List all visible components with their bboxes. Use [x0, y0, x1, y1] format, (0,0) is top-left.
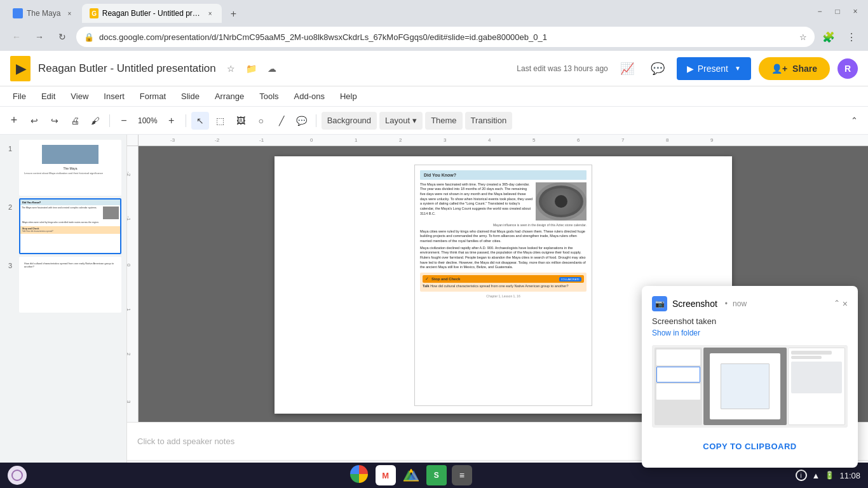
move-to-folder-icon[interactable]: 📁	[244, 61, 259, 76]
cursor-tool-button[interactable]: ↖	[191, 112, 209, 130]
insert-line-button[interactable]: ╱	[273, 112, 290, 130]
menu-tools[interactable]: Tools	[252, 89, 286, 104]
menu-addons[interactable]: Add-ons	[287, 89, 332, 104]
slide-1-wrapper: 1 The Maya Lesson content about Maya civ…	[5, 140, 121, 196]
menu-help[interactable]: Help	[332, 89, 365, 104]
address-bar-row: ← → ↻ 🔒 docs.google.com/presentation/d/1…	[0, 23, 868, 51]
title-bar: ▶ Reagan Butler - Untitled presentation …	[0, 51, 868, 86]
collapse-toolbar-button[interactable]: ⌃	[845, 112, 863, 130]
ruler-vertical: -2 -1 0 1 2 3 4 5	[127, 146, 139, 422]
menu-format[interactable]: Format	[132, 89, 173, 104]
menu-file[interactable]: File	[5, 89, 34, 104]
popup-subtitle: Screenshot taken	[652, 316, 848, 326]
svg-text:1: 1	[127, 308, 132, 311]
slide-2-thumbnail[interactable]: Did You Know? The Maya were fascinated w…	[19, 198, 121, 254]
svg-text:3: 3	[127, 400, 132, 403]
transition-button[interactable]: Transition	[465, 112, 513, 130]
taskbar-calculator-icon[interactable]: ≡	[452, 465, 472, 485]
slide-body-3: Maya civilization declined rapidly after…	[420, 246, 587, 270]
slide-1-number: 1	[5, 140, 15, 152]
zoom-out-button[interactable]: −	[115, 112, 133, 130]
slides-app-logo: ▶	[10, 56, 31, 81]
slide-3-wrapper: 3 How did cultural characteristics sprea…	[5, 257, 121, 313]
maximize-button[interactable]: □	[830, 4, 845, 19]
print-button[interactable]: 🖨	[66, 112, 84, 130]
tab-maya[interactable]: The Maya ×	[5, 4, 82, 23]
ruler-horizontal: -3 -2 -1 0 1 2 3 4 5 6 7 8 9	[139, 135, 868, 146]
tab-slides-close[interactable]: ×	[206, 8, 214, 18]
popup-folder-link[interactable]: Show in folder	[652, 329, 848, 337]
tab-slides[interactable]: G Reagan Butler - Untitled presenta... ×	[82, 4, 222, 23]
svg-text:2: 2	[127, 353, 132, 356]
zoom-in-button[interactable]: +	[163, 112, 180, 130]
svg-text:9: 9	[710, 137, 714, 143]
minimize-button[interactable]: −	[812, 4, 827, 19]
image-caption: Mayan influence is seen in the design of…	[420, 223, 587, 227]
close-window-button[interactable]: ×	[848, 4, 863, 19]
insert-shape-button[interactable]: ○	[252, 112, 270, 130]
add-slide-button[interactable]: +	[5, 112, 23, 130]
background-button[interactable]: Background	[322, 112, 377, 130]
taskbar-chrome-icon[interactable]	[350, 465, 370, 485]
user-avatar[interactable]: R	[837, 58, 858, 79]
address-bar[interactable]: 🔒 docs.google.com/presentation/d/1NrbCmC…	[76, 27, 815, 47]
last-edit-text: Last edit was 13 hours ago	[517, 64, 607, 73]
share-icon: 👤+	[771, 64, 787, 74]
redo-button[interactable]: ↪	[46, 112, 64, 130]
separator-2	[186, 114, 186, 127]
wifi-icon[interactable]: ▲	[812, 471, 820, 480]
back-button[interactable]: ←	[8, 28, 25, 46]
slides-favicon: G	[90, 8, 98, 18]
cloud-save-icon[interactable]: ☁	[264, 61, 280, 76]
new-tab-button[interactable]: +	[224, 5, 242, 23]
slide-3-text: How did cultural characteristics spread …	[24, 262, 116, 268]
stop-check-title: Stop and Check	[431, 277, 460, 281]
reload-button[interactable]: ↻	[53, 28, 71, 46]
slide-body-2: Maya cities were ruled by kings who clai…	[420, 229, 587, 244]
menu-arrange[interactable]: Arrange	[207, 89, 252, 104]
present-dropdown-arrow[interactable]: ▼	[735, 65, 741, 72]
taskbar-sheets-icon[interactable]: S	[426, 465, 447, 485]
forward-button[interactable]: →	[31, 28, 48, 46]
zoom-level[interactable]: 100%	[135, 116, 160, 125]
popup-close-button[interactable]: ×	[843, 299, 848, 309]
tab-slides-label: Reagan Butler - Untitled presenta...	[102, 9, 202, 18]
star-icon[interactable]: ☆	[799, 32, 807, 42]
svg-text:5: 5	[532, 137, 536, 143]
address-text: docs.google.com/presentation/d/1NrbCmC95…	[99, 32, 794, 42]
clock: 11:08	[839, 471, 860, 480]
start-button[interactable]	[8, 466, 27, 485]
present-screen-icon: ▶	[687, 64, 694, 74]
copy-to-clipboard-button[interactable]: COPY TO CLIPBOARD	[652, 435, 848, 458]
taskbar-drive-icon[interactable]	[401, 465, 421, 485]
present-button[interactable]: ▶ Present ▼	[677, 57, 751, 80]
select-text-tool-button[interactable]: ⬚	[212, 112, 229, 130]
layout-button[interactable]: Layout ▾	[379, 112, 423, 130]
menu-edit[interactable]: Edit	[34, 89, 63, 104]
taskbar-gmail-icon[interactable]: M	[376, 465, 396, 485]
slide-1-thumbnail[interactable]: The Maya Lesson content about Maya civil…	[19, 140, 121, 196]
menu-view[interactable]: View	[63, 89, 96, 104]
theme-button[interactable]: Theme	[425, 112, 462, 130]
share-button[interactable]: 👤+ Share	[759, 57, 830, 80]
activity-dashboard-button[interactable]: 📈	[616, 57, 639, 80]
tab-maya-close[interactable]: ×	[64, 8, 74, 18]
insert-comment-button[interactable]: 💬	[293, 112, 311, 130]
popup-expand-button[interactable]: ⌃	[834, 299, 840, 309]
popup-header: 📷 Screenshot • now ⌃ ×	[652, 296, 848, 311]
extensions-icon[interactable]: 🧩	[820, 28, 837, 46]
browser-menu-button[interactable]: ⋮	[843, 28, 860, 46]
info-icon[interactable]: i	[796, 470, 807, 481]
menu-insert[interactable]: Insert	[96, 89, 132, 104]
popup-time: now	[733, 299, 747, 308]
comments-button[interactable]: 💬	[646, 57, 669, 80]
star-bookmark-icon[interactable]: ☆	[224, 61, 239, 76]
menu-slide[interactable]: Slide	[173, 89, 207, 104]
speaker-notes-placeholder: Click to add speaker notes	[137, 437, 234, 446]
document-title[interactable]: Reagan Butler - Untitled presentation	[38, 62, 216, 75]
format-paint-button[interactable]: 🖌	[86, 112, 104, 130]
slide-2-number: 2	[5, 198, 15, 211]
slide-3-thumbnail[interactable]: How did cultural characteristics spread …	[19, 257, 121, 313]
insert-image-button[interactable]: 🖼	[232, 112, 250, 130]
undo-button[interactable]: ↩	[25, 112, 43, 130]
